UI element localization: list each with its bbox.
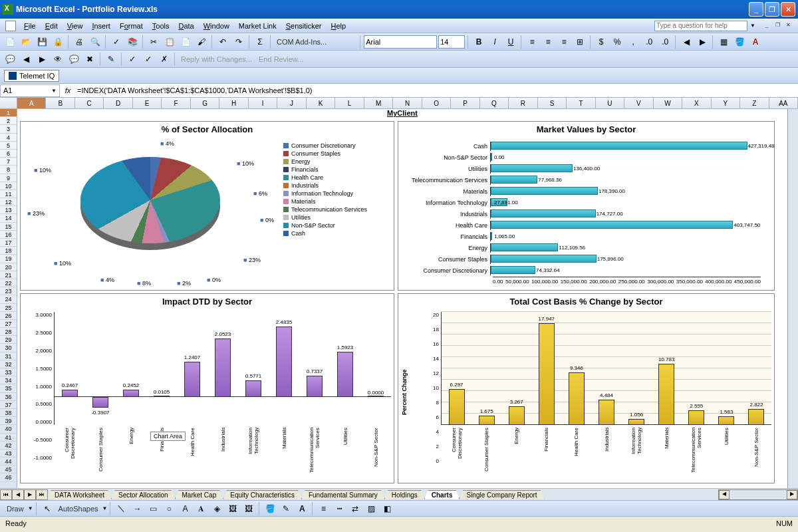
line-color-button[interactable]: ✎	[279, 501, 293, 516]
com-addins-button[interactable]: COM Add-Ins...	[274, 38, 329, 46]
percent-button[interactable]: %	[610, 35, 624, 49]
dash-style-button[interactable]: ┅	[332, 501, 346, 516]
menu-view[interactable]: View	[63, 21, 87, 31]
increase-indent-button[interactable]: ▶	[695, 35, 710, 49]
tab-nav-next[interactable]: ▶	[24, 489, 36, 500]
column-header[interactable]: Q	[480, 98, 509, 108]
arrow-style-button[interactable]: ⇄	[348, 501, 362, 516]
merge-center-button[interactable]: ⊞	[573, 35, 587, 49]
row-header[interactable]: 44	[0, 458, 17, 466]
sheet-tab[interactable]: Equity Characteristics	[223, 490, 302, 499]
spelling-button[interactable]: ✓	[109, 35, 124, 49]
copy-button[interactable]: 📋	[162, 35, 177, 49]
row-header[interactable]: 43	[0, 450, 17, 458]
print-button[interactable]: 🖨	[72, 35, 86, 49]
end-review-button[interactable]: End Review...	[256, 55, 306, 63]
font-color-button[interactable]: A	[748, 35, 763, 49]
row-header[interactable]: 29	[0, 336, 17, 344]
format-painter-button[interactable]: 🖌	[194, 35, 209, 49]
print-preview-button[interactable]: 🔍	[88, 35, 102, 49]
menu-help[interactable]: Help	[327, 21, 350, 31]
row-header[interactable]: 3	[0, 125, 17, 133]
new-comment-button[interactable]: 💬	[3, 52, 17, 66]
new-button[interactable]: 📄	[3, 35, 17, 49]
workbook-close-button[interactable]: ✕	[783, 22, 793, 30]
workbook-restore-button[interactable]: ❐	[773, 22, 782, 30]
column-header[interactable]: P	[451, 98, 479, 108]
menu-window[interactable]: Window	[200, 21, 233, 31]
save-button[interactable]: 💾	[35, 35, 49, 49]
row-header[interactable]: 13	[0, 206, 17, 214]
increase-decimal-button[interactable]: .0	[642, 35, 656, 49]
row-header[interactable]: 25	[0, 304, 17, 312]
tab-nav-prev[interactable]: ◀	[12, 489, 24, 500]
font-name-select[interactable]	[364, 35, 437, 49]
prev-comment-button[interactable]: ◀	[19, 52, 33, 66]
column-header[interactable]: I	[249, 98, 277, 108]
row-header[interactable]: 30	[0, 344, 17, 352]
row-header[interactable]: 5	[0, 142, 17, 150]
row-header[interactable]: 20	[0, 263, 17, 271]
column-header[interactable]: Z	[740, 98, 769, 108]
window-close-button[interactable]: ✕	[781, 2, 795, 17]
column-header[interactable]: E	[133, 98, 162, 108]
row-header[interactable]: 32	[0, 360, 17, 368]
row-header[interactable]: 19	[0, 255, 17, 263]
column-header[interactable]: L	[335, 98, 364, 108]
menu-insert[interactable]: Insert	[88, 21, 114, 31]
diagram-button[interactable]: ◈	[209, 501, 224, 516]
row-header[interactable]: 37	[0, 401, 17, 409]
row-header[interactable]: 27	[0, 320, 17, 328]
row-header[interactable]: 1	[0, 109, 17, 117]
column-header[interactable]: B	[46, 98, 74, 108]
currency-button[interactable]: $	[594, 35, 608, 49]
row-header[interactable]: 28	[0, 328, 17, 336]
show-all-comments-button[interactable]: 💬	[66, 52, 81, 66]
row-header[interactable]: 11	[0, 190, 17, 198]
help-search-input[interactable]	[654, 21, 747, 31]
autoshapes-menu[interactable]: AutoShapes	[56, 505, 101, 513]
autosum-button[interactable]: Σ	[253, 35, 267, 49]
row-header[interactable]: 6	[0, 150, 17, 158]
menu-file[interactable]: File	[20, 21, 40, 31]
menu-data[interactable]: Data	[174, 21, 198, 31]
chart-sector-allocation[interactable]: % of Sector Allocation ■ 4%■ 10%■ 6%■ 0%…	[20, 121, 394, 291]
row-header[interactable]: 12	[0, 198, 17, 206]
row-header[interactable]: 31	[0, 352, 17, 360]
menu-edit[interactable]: Edit	[41, 21, 62, 31]
menu-format[interactable]: Format	[116, 21, 147, 31]
row-header[interactable]: 42	[0, 442, 17, 450]
row-header[interactable]: 8	[0, 166, 17, 174]
column-header[interactable]: X	[682, 98, 711, 108]
column-header[interactable]: J	[277, 98, 306, 108]
accept-button[interactable]: ✓	[141, 52, 156, 66]
row-header[interactable]: 41	[0, 434, 17, 442]
column-header[interactable]: U	[596, 98, 624, 108]
line-style-button[interactable]: ≡	[316, 501, 331, 516]
fx-label[interactable]: fx	[60, 86, 76, 94]
font-size-select[interactable]	[438, 35, 465, 49]
row-header[interactable]: 14	[0, 214, 17, 222]
fill-color-button[interactable]: 🪣	[732, 35, 747, 49]
row-header[interactable]: 4	[0, 134, 17, 142]
line-button[interactable]: ＼	[114, 501, 128, 516]
row-header[interactable]: 36	[0, 393, 17, 401]
row-header[interactable]: 10	[0, 182, 17, 190]
ink-button[interactable]: ✎	[104, 52, 118, 66]
wordart-button[interactable]: 𝐀	[194, 501, 208, 516]
row-header[interactable]: 17	[0, 239, 17, 247]
row-header[interactable]: 16	[0, 231, 17, 239]
row-header[interactable]: 23	[0, 287, 17, 295]
tab-nav-last[interactable]: ⏭	[36, 489, 48, 500]
horizontal-scrollbar[interactable]: ◀▶	[718, 489, 798, 500]
sheet-tab[interactable]: Sector Allocation	[111, 490, 176, 499]
row-header[interactable]: 7	[0, 158, 17, 166]
align-center-button[interactable]: ≡	[541, 35, 555, 49]
decrease-indent-button[interactable]: ◀	[679, 35, 694, 49]
column-header[interactable]: C	[75, 98, 104, 108]
row-header[interactable]: 24	[0, 295, 17, 303]
name-box[interactable]: A1 ▼	[0, 84, 60, 97]
column-header[interactable]: G	[191, 98, 219, 108]
column-header[interactable]: R	[509, 98, 537, 108]
draw-menu[interactable]: Draw	[4, 505, 27, 513]
